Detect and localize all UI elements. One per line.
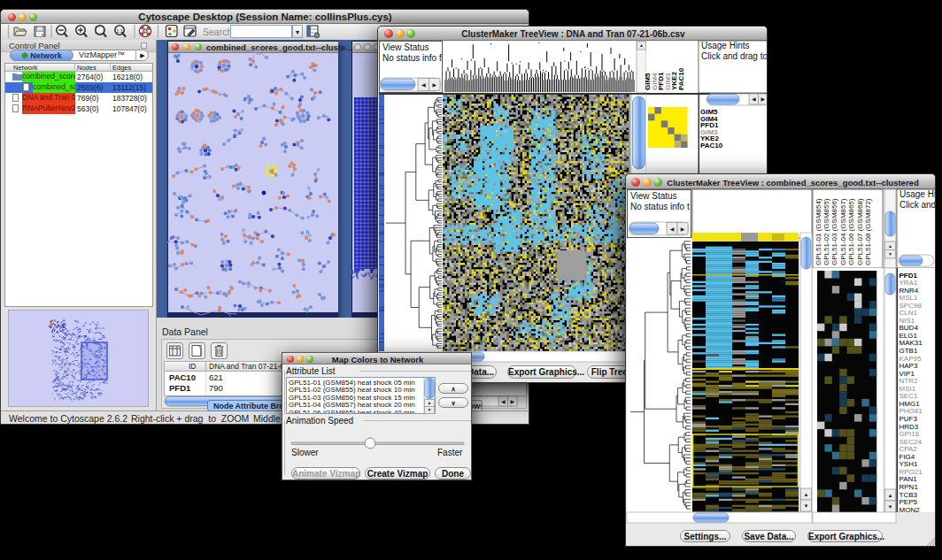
svg-text:◀: ◀ bbox=[752, 96, 756, 102]
svg-text:PAC10: PAC10 bbox=[677, 67, 685, 90]
svg-text:Usage Hints: Usage Hints bbox=[701, 41, 749, 50]
svg-text:◀: ◀ bbox=[421, 82, 426, 88]
svg-text:PAC10: PAC10 bbox=[700, 142, 723, 150]
svg-text:▲: ▲ bbox=[639, 42, 644, 48]
svg-text:▲: ▲ bbox=[428, 400, 432, 405]
svg-text:▶: ▶ bbox=[432, 82, 436, 88]
svg-text:▶: ▶ bbox=[761, 96, 765, 102]
svg-text:Click and drag to: Click and drag to bbox=[701, 51, 768, 61]
svg-text:▼: ▼ bbox=[428, 407, 432, 412]
